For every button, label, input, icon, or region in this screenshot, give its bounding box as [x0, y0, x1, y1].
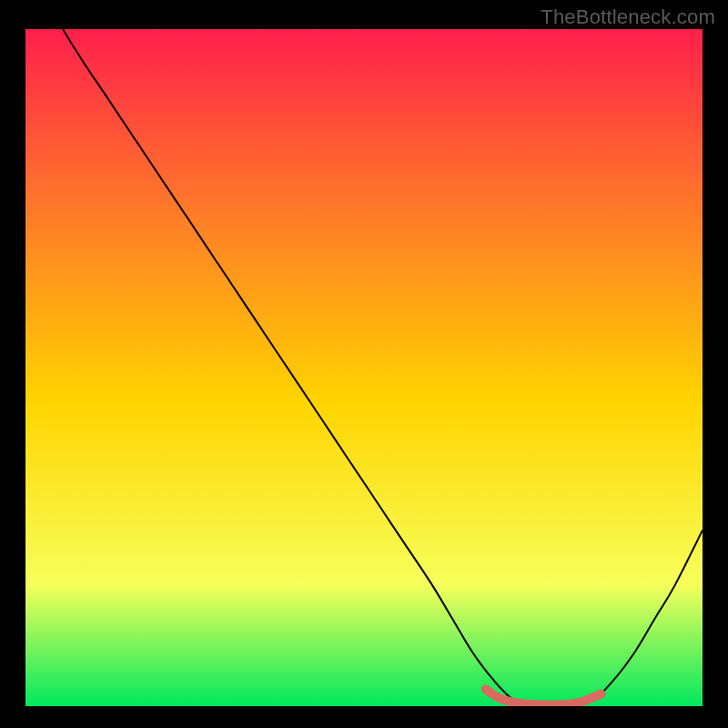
chart-frame: TheBottleneck.com — [0, 0, 728, 728]
watermark-text: TheBottleneck.com — [541, 5, 715, 29]
gradient-background — [25, 29, 703, 706]
plot-svg — [25, 29, 703, 706]
bottleneck-plot — [25, 29, 703, 706]
